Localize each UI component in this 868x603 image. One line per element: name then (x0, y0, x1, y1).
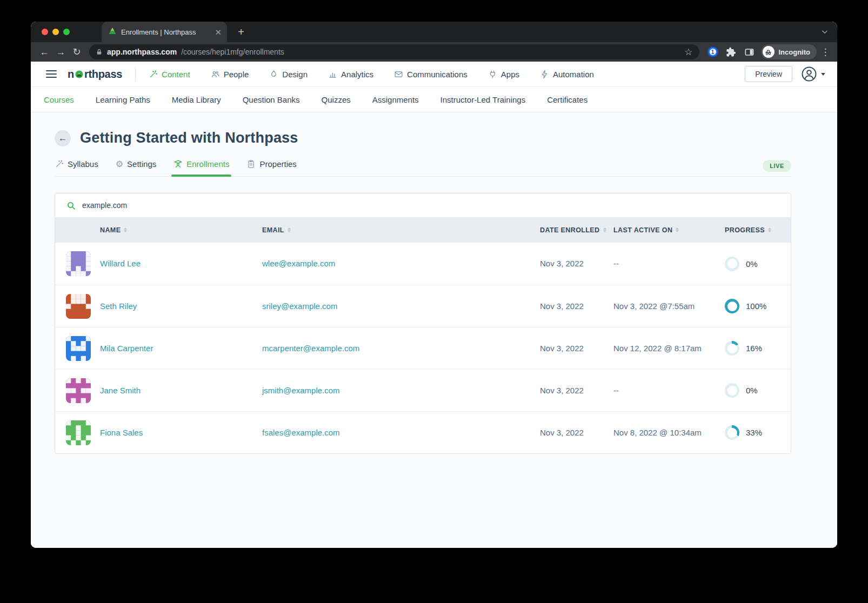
primary-nav-items: ContentPeopleDesignAnalyticsCommunicatio… (149, 70, 594, 79)
back-nav-icon[interactable]: ← (36, 44, 52, 60)
nav-item-people[interactable]: People (211, 70, 249, 79)
password-manager-icon[interactable]: 1 (705, 44, 720, 59)
northpass-logo[interactable]: n rthpass (68, 68, 122, 81)
subnav-item-assignments[interactable]: Assignments (372, 95, 419, 104)
subnav-item-question-banks[interactable]: Question Banks (243, 95, 300, 104)
subnav-item-learning-paths[interactable]: Learning Paths (96, 95, 150, 104)
user-avatar-icon (801, 66, 817, 82)
subnav-item-quizzes[interactable]: Quizzes (322, 95, 351, 104)
column-header-date-enrolled[interactable]: DATE ENROLLED (540, 226, 613, 234)
tab-title: Enrollments | Northpass (121, 28, 210, 36)
progress-label: 0% (746, 259, 758, 269)
table-row: Fiona Salesfsales@example.comNov 3, 2022… (55, 411, 791, 453)
date-enrolled: Nov 3, 2022 (540, 386, 584, 395)
lock-icon (96, 49, 103, 56)
extensions-puzzle-icon[interactable] (724, 44, 739, 59)
status-badge: LIVE (763, 160, 791, 172)
enrollee-email-link[interactable]: mcarpenter@example.com (262, 344, 359, 353)
chevron-down-icon (821, 73, 825, 76)
sort-icon (676, 227, 679, 232)
hamburger-menu-icon[interactable] (46, 70, 57, 78)
tab-close-icon[interactable]: ✕ (215, 28, 222, 36)
tab-enrollments[interactable]: Enrollments (173, 159, 229, 176)
gear-icon: ⚙ (116, 160, 123, 169)
progress-ring (725, 425, 739, 440)
reload-icon[interactable]: ↻ (69, 44, 85, 60)
preview-button[interactable]: Preview (745, 66, 792, 82)
avatar[interactable] (66, 420, 91, 445)
subnav-item-courses[interactable]: Courses (44, 95, 74, 104)
bookmark-star-icon[interactable]: ☆ (684, 46, 692, 58)
nav-item-analytics[interactable]: Analytics (328, 70, 373, 79)
side-panel-icon[interactable] (742, 44, 757, 59)
enrollee-email-link[interactable]: sriley@example.com (262, 302, 337, 311)
forward-nav-icon[interactable]: → (52, 44, 69, 60)
course-tabs: Syllabus⚙SettingsEnrollmentsPropertiesLI… (55, 159, 791, 177)
progress-indicator: 0% (725, 257, 791, 271)
address-bar[interactable]: app.northpass.com/courses/hepi1mfg/enrol… (89, 44, 699, 59)
tab-label: Enrollments (186, 159, 229, 169)
subnav-item-instructor-led-trainings[interactable]: Instructor-Led Trainings (440, 95, 526, 104)
tab-label: Syllabus (68, 159, 98, 169)
subnav-item-media-library[interactable]: Media Library (172, 95, 221, 104)
enrollee-email-link[interactable]: wlee@example.com (262, 259, 335, 268)
page-title: Getting Started with Northpass (80, 130, 298, 146)
column-header-last-active[interactable]: LAST ACTIVE ON (613, 226, 725, 234)
last-active-on: Nov 3, 2022 @7:55am (613, 302, 695, 311)
table-row: Mila Carpentermcarpenter@example.comNov … (55, 327, 791, 369)
northpass-favicon (108, 26, 117, 37)
subnav-item-certificates[interactable]: Certificates (547, 95, 587, 104)
tab-syllabus[interactable]: Syllabus (55, 159, 98, 176)
enrollee-name-link[interactable]: Mila Carpenter (100, 344, 153, 353)
account-menu[interactable] (801, 66, 825, 82)
browser-menu-icon[interactable]: ⋮ (819, 46, 832, 58)
search-input[interactable] (82, 201, 791, 210)
search-icon (66, 201, 76, 210)
enrollee-name-link[interactable]: Seth Riley (100, 302, 137, 311)
avatar[interactable] (66, 378, 91, 403)
avatar[interactable] (66, 251, 91, 276)
nav-item-label: Communications (407, 70, 468, 79)
last-active-on: -- (613, 386, 619, 395)
minimize-window-button[interactable] (52, 29, 59, 35)
close-window-button[interactable] (42, 29, 48, 35)
column-header-name[interactable]: NAME (100, 226, 262, 234)
progress-ring (725, 257, 739, 271)
plug-icon (488, 70, 497, 79)
enrollee-name-link[interactable]: Fiona Sales (100, 428, 143, 437)
tab-search-chevron-icon[interactable] (821, 28, 829, 36)
back-button[interactable]: ← (55, 130, 71, 146)
progress-ring (725, 299, 739, 313)
nav-item-label: Design (282, 70, 308, 79)
sort-icon (124, 227, 127, 232)
avatar[interactable] (66, 294, 91, 319)
nav-item-apps[interactable]: Apps (488, 70, 519, 79)
enrollee-name-link[interactable]: Jane Smith (100, 386, 141, 395)
browser-tab[interactable]: Enrollments | Northpass ✕ (102, 22, 227, 42)
column-header-email[interactable]: EMAIL (262, 226, 540, 234)
table-row: Seth Rileysriley@example.comNov 3, 2022N… (55, 285, 791, 327)
envelope-icon (394, 70, 403, 79)
tab-settings[interactable]: ⚙Settings (116, 159, 157, 176)
zoom-window-button[interactable] (63, 29, 70, 35)
search-bar (55, 193, 791, 217)
table-row: Jane Smithjsmith@example.comNov 3, 2022-… (55, 369, 791, 411)
tab-properties[interactable]: Properties (246, 159, 296, 176)
nav-item-label: Automation (553, 70, 594, 79)
column-header-progress[interactable]: PROGRESS (725, 226, 791, 234)
nav-item-design[interactable]: Design (269, 70, 308, 79)
incognito-badge: Incognito (761, 44, 817, 59)
enrollee-email-link[interactable]: jsmith@example.com (262, 386, 340, 395)
date-enrolled: Nov 3, 2022 (540, 428, 584, 437)
enrollment-rows: Willard Leewlee@example.comNov 3, 2022--… (55, 243, 791, 453)
progress-label: 0% (746, 386, 758, 395)
nav-item-content[interactable]: Content (149, 70, 190, 79)
avatar[interactable] (66, 336, 91, 361)
enrollee-email-link[interactable]: fsales@example.com (262, 428, 340, 437)
nav-item-automation[interactable]: Automation (540, 70, 594, 79)
new-tab-button[interactable]: + (233, 24, 249, 39)
enrollee-name-link[interactable]: Willard Lee (100, 259, 141, 268)
nav-item-label: Analytics (341, 70, 373, 79)
nav-item-communications[interactable]: Communications (394, 70, 468, 79)
people-icon (211, 70, 220, 79)
